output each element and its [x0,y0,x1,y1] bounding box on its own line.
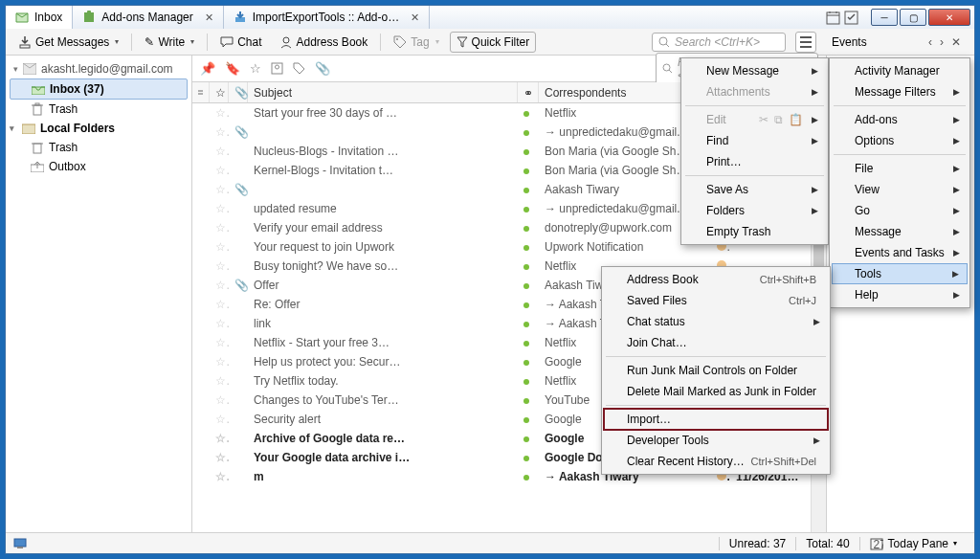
tasks-icon[interactable] [843,10,858,25]
minimize-button[interactable]: ─ [871,9,898,26]
menu-edit[interactable]: Edit ✂⧉📋 ▶ [683,109,826,130]
menu-save-as[interactable]: Save As▶ [683,179,826,200]
tab-inbox[interactable]: Inbox [6,6,73,29]
copy-icon: ⧉ [774,113,783,126]
attachment-icon[interactable]: 📎 [315,61,330,76]
global-search-input[interactable]: Search <Ctrl+K> [652,33,786,52]
close-button[interactable]: ✕ [928,9,970,26]
get-messages-button[interactable]: Get Messages▾ [11,32,125,53]
close-icon[interactable]: ✕ [411,11,419,24]
svg-rect-17 [35,103,39,105]
main-toolbar: Get Messages▾ ✎ Write▾ Chat Address Book… [6,29,974,56]
menu-addons[interactable]: Add-ons▶ [832,109,968,130]
menu-options[interactable]: Options▶ [832,130,968,151]
calendar-icon[interactable] [825,10,840,25]
menu-clear-history[interactable]: Clear Recent History…Ctrl+Shift+Del [604,451,828,472]
filter-icon [457,36,468,48]
person-icon [279,35,293,49]
svg-point-23 [276,65,279,69]
menu-developer-tools[interactable]: Developer Tools▶ [604,430,828,451]
svg-rect-3 [827,12,839,24]
folder-icon [22,122,35,135]
folder-pane: ▾ akasht.legido@gmail.com Inbox (37) Tra… [6,56,192,532]
menu-join-chat[interactable]: Join Chat… [604,332,828,353]
menu-message[interactable]: Message▶ [832,221,968,242]
tab-importexport[interactable]: ImportExportTools :: Add-o… ✕ [224,6,430,29]
search-icon [658,36,670,48]
svg-point-10 [396,38,398,40]
svg-rect-29 [17,547,23,548]
outbox-icon [31,160,44,173]
menu-activity-manager[interactable]: Activity Manager [832,60,968,81]
pin-icon[interactable]: 📌 [200,61,215,76]
tab-addons[interactable]: Add-ons Manager ✕ [73,6,223,29]
menu-folders[interactable]: Folders▶ [683,200,826,221]
write-button[interactable]: ✎ Write▾ [138,32,201,53]
status-unread: Unread: 37 [719,537,795,550]
quick-filter-button[interactable]: Quick Filter [450,32,537,53]
menu-print[interactable]: Print… [683,151,826,172]
app-menu-button[interactable] [795,32,816,53]
menu-run-junk[interactable]: Run Junk Mail Controls on Folder [604,360,828,381]
menu-help[interactable]: Help▶ [832,284,968,305]
star-icon[interactable]: ☆ [250,61,261,76]
tag-button[interactable]: Tag▾ [387,32,445,53]
menu-saved-files[interactable]: Saved FilesCtrl+J [604,290,828,311]
menu-message-filters[interactable]: Message Filters▶ [832,81,968,102]
svg-point-9 [283,37,289,43]
chat-button[interactable]: Chat [213,32,268,53]
app-menu[interactable]: New Message▶ Attachments▶ Edit ✂⧉📋 ▶ Fin… [680,57,829,245]
menu-attachments[interactable]: Attachments▶ [683,81,826,102]
cut-icon: ✂ [759,113,768,126]
app-menu-cascade[interactable]: Activity Manager Message Filters▶ Add-on… [829,57,970,308]
prev-icon[interactable]: ‹ [928,35,932,49]
tab-label: Inbox [34,11,62,24]
menu-events-tasks[interactable]: Events and Tasks▶ [832,242,968,263]
online-icon[interactable] [13,537,27,550]
import-icon [234,11,247,24]
close-icon[interactable]: ✕ [205,11,213,24]
events-title: Events [832,35,867,49]
pencil-icon: ✎ [145,35,154,49]
status-bar: Unread: 37 Total: 40 27 Today Pane ▾ [6,532,974,553]
close-icon[interactable]: ✕ [951,35,961,49]
folder-inbox[interactable]: Inbox (37) [10,78,188,100]
folder-trash[interactable]: Trash [6,100,191,119]
contact-icon[interactable] [271,62,283,75]
menu-tools[interactable]: Tools▶ [832,263,968,284]
tag-icon [393,35,407,49]
svg-rect-15 [33,105,41,115]
download-icon [18,35,32,49]
title-tab-bar: Inbox Add-ons Manager ✕ ImportExportTool… [6,6,974,29]
menu-delete-junk[interactable]: Delete Mail Marked as Junk in Folder [604,381,828,402]
tag-icon[interactable] [293,62,305,75]
local-folders[interactable]: ▾ Local Folders [6,119,191,138]
menu-view[interactable]: View▶ [832,179,968,200]
menu-file[interactable]: File▶ [832,158,968,179]
svg-rect-28 [14,539,26,547]
menu-go[interactable]: Go▶ [832,200,968,221]
svg-text:27: 27 [873,538,883,550]
account-row[interactable]: ▾ akasht.legido@gmail.com [6,59,191,78]
tools-submenu[interactable]: Address BookCtrl+Shift+B Saved FilesCtrl… [601,266,831,475]
next-icon[interactable]: › [940,35,944,49]
folder-local-trash[interactable]: Trash [6,138,191,157]
folder-outbox[interactable]: Outbox [6,157,191,176]
menu-import[interactable]: Import… [604,409,828,430]
today-pane-button[interactable]: 27 Today Pane ▾ [859,537,967,550]
bookmark-icon[interactable]: 🔖 [225,61,240,76]
tab-label: Add-ons Manager [101,11,192,24]
svg-point-11 [659,37,667,45]
maximize-button[interactable]: ▢ [900,9,926,26]
menu-chat-status[interactable]: Chat status▶ [604,311,828,332]
mail-icon [23,62,36,76]
mail-icon [15,11,29,24]
menu-new-message[interactable]: New Message▶ [683,60,826,81]
search-icon [662,63,673,74]
menu-find[interactable]: Find▶ [683,130,826,151]
tab-label: ImportExportTools :: Add-o… [253,11,399,24]
trash-icon [31,102,44,116]
menu-empty-trash[interactable]: Empty Trash [683,221,826,242]
address-book-button[interactable]: Address Book [273,32,375,53]
menu-address-book[interactable]: Address BookCtrl+Shift+B [604,269,828,290]
